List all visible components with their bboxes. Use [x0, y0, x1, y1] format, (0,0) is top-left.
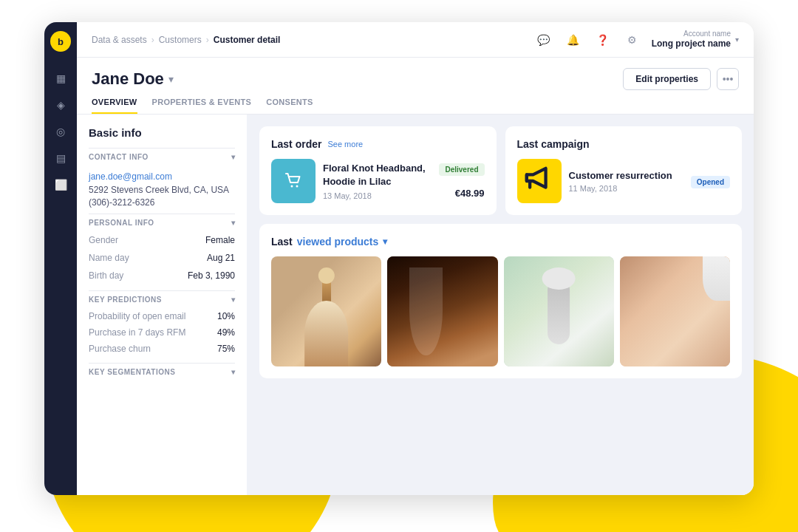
bell-icon[interactable]: 🔔: [563, 30, 584, 50]
key-predictions-chevron-icon: ▾: [231, 296, 236, 304]
breadcrumb-customers[interactable]: Customers: [159, 35, 202, 45]
personal-info-chevron-icon: ▾: [231, 219, 236, 227]
prediction-purchase-label: Purchase in 7 days RFM: [89, 327, 185, 338]
gender-value: Female: [205, 235, 235, 245]
sidebar: b ▦ ◈ ◎ ▤ ⬜: [44, 22, 77, 495]
campaign-info: Customer resurrection 11 May, 2018: [569, 170, 683, 193]
order-item: Floral Knot Headband, Hoodie in Lilac 13…: [271, 159, 485, 203]
info-row-nameday: Name day Aug 21: [89, 249, 235, 267]
product-item-1[interactable]: [271, 256, 381, 366]
page-title-chevron-icon[interactable]: ▾: [168, 73, 174, 85]
order-product-name: Floral Knot Headband, Hoodie in Lilac: [323, 162, 432, 188]
last-campaign-card: Last campaign Customer: [505, 126, 743, 215]
prediction-purchase-value: 49%: [217, 327, 235, 338]
basic-info-panel: Basic info CONTACT INFO ▾ jane.doe@gmail…: [77, 115, 247, 495]
campaign-thumbnail: [517, 159, 562, 203]
tab-overview[interactable]: OVERVIEW: [92, 98, 137, 114]
last-viewed-products-title: Last viewed products ▾: [271, 236, 730, 248]
sidebar-item-targeting[interactable]: ◎: [49, 120, 72, 143]
key-segmentations-section-header[interactable]: KEY SEGMENTATIONS ▾: [89, 363, 235, 381]
topbar-right: 💬 🔔 ❓ ⚙ Account name Long project name ▾: [533, 29, 739, 50]
help-icon[interactable]: ❓: [593, 30, 613, 50]
breadcrumb-current: Customer detail: [214, 35, 281, 45]
app-logo[interactable]: b: [50, 31, 71, 52]
content-area: Basic info CONTACT INFO ▾ jane.doe@gmail…: [77, 115, 754, 495]
birthday-label: Birth day: [89, 270, 123, 281]
prediction-churn: Purchase churn 75%: [89, 341, 235, 357]
order-price: €48.99: [455, 188, 485, 199]
svg-point-0: [291, 185, 293, 188]
page-title: Jane Doe: [92, 69, 164, 89]
svg-point-1: [296, 185, 299, 188]
megaphone-icon: [517, 159, 562, 203]
contact-info-section-header[interactable]: CONTACT INFO ▾: [89, 148, 235, 166]
chat-icon[interactable]: 💬: [533, 30, 554, 50]
products-grid: [271, 256, 730, 366]
sidebar-item-dashboard[interactable]: ▦: [49, 66, 72, 90]
tabs-bar: OVERVIEW PROPERTIES & EVENTS CONSENTS: [77, 90, 754, 115]
account-info: Account name Long project name: [652, 29, 731, 50]
basic-info-title: Basic info: [89, 126, 235, 139]
products-chevron-icon[interactable]: ▾: [383, 236, 387, 247]
breadcrumb-sep-1: ›: [151, 35, 154, 45]
products-title-label: Last: [271, 236, 293, 248]
product-item-2[interactable]: [387, 256, 497, 366]
account-label: Account name: [683, 29, 731, 38]
cart-icon: [283, 171, 304, 191]
contact-phone: (306)-3212-6326: [89, 197, 235, 208]
account-chevron-icon: ▾: [735, 35, 739, 44]
settings-icon[interactable]: ⚙: [622, 30, 643, 50]
order-thumbnail: [271, 159, 316, 203]
page-header: Jane Doe ▾ Edit properties •••: [77, 58, 754, 90]
page-title-row: Jane Doe ▾: [92, 69, 174, 89]
prediction-email-value: 10%: [217, 311, 235, 321]
campaign-item: Customer resurrection 11 May, 2018 Opene…: [517, 159, 731, 203]
prediction-email-label: Probability of open email: [89, 311, 185, 321]
campaign-status-badge: Opened: [691, 176, 730, 188]
sidebar-item-analytics[interactable]: ◈: [49, 93, 72, 117]
product-item-3[interactable]: [504, 256, 614, 366]
page-actions: Edit properties •••: [623, 68, 739, 90]
order-date: 13 May, 2018: [323, 191, 432, 200]
contact-info-chevron-icon: ▾: [231, 153, 236, 161]
breadcrumb: Data & assets › Customers › Customer det…: [92, 35, 280, 45]
info-row-gender: Gender Female: [89, 231, 235, 249]
nameday-label: Name day: [89, 253, 129, 263]
campaign-name: Customer resurrection: [569, 170, 683, 181]
products-title-colored: viewed products: [297, 236, 378, 248]
key-predictions-section-header[interactable]: KEY PREDICTIONS ▾: [89, 290, 235, 308]
main-content: Data & assets › Customers › Customer det…: [77, 22, 754, 495]
last-order-card: Last order See more: [259, 126, 497, 215]
prediction-churn-label: Purchase churn: [89, 344, 151, 354]
last-viewed-products-card: Last viewed products ▾: [259, 224, 742, 378]
app-window: b ▦ ◈ ◎ ▤ ⬜ Data & assets › Customers › …: [44, 22, 754, 495]
sidebar-item-folder[interactable]: ⬜: [49, 173, 72, 197]
nameday-value: Aug 21: [207, 253, 235, 263]
topbar: Data & assets › Customers › Customer det…: [77, 22, 754, 58]
contact-address: 5292 Stevens Creek Blvd, CA, USA: [89, 185, 235, 195]
birthday-value: Feb 3, 1990: [188, 270, 235, 281]
campaign-meta: Opened: [691, 174, 730, 188]
last-order-title: Last order See more: [271, 138, 485, 150]
breadcrumb-data-assets[interactable]: Data & assets: [92, 35, 147, 45]
right-panel: Last order See more: [248, 115, 754, 495]
campaign-date: 11 May, 2018: [569, 184, 683, 193]
order-status-badge: Delivered: [439, 163, 484, 176]
info-row-birthday: Birth day Feb 3, 1990: [89, 267, 235, 284]
gender-label: Gender: [89, 235, 118, 245]
sidebar-item-database[interactable]: ▤: [49, 146, 72, 170]
product-item-4[interactable]: [620, 256, 730, 366]
last-campaign-title: Last campaign: [517, 138, 731, 150]
prediction-purchase: Purchase in 7 days RFM 49%: [89, 324, 235, 341]
tab-consents[interactable]: CONSENTS: [266, 98, 313, 114]
more-options-button[interactable]: •••: [717, 68, 739, 90]
cards-row: Last order See more: [259, 126, 742, 215]
prediction-churn-value: 75%: [217, 344, 235, 354]
see-more-link[interactable]: See more: [327, 140, 363, 149]
contact-email[interactable]: jane.doe@gmail.com: [89, 171, 235, 182]
edit-properties-button[interactable]: Edit properties: [623, 68, 711, 90]
tab-properties-events[interactable]: PROPERTIES & EVENTS: [152, 98, 252, 114]
key-segmentations-chevron-icon: ▾: [231, 368, 236, 376]
personal-info-section-header[interactable]: PERSONAL INFO ▾: [89, 214, 235, 231]
account-dropdown[interactable]: Account name Long project name ▾: [652, 29, 739, 50]
